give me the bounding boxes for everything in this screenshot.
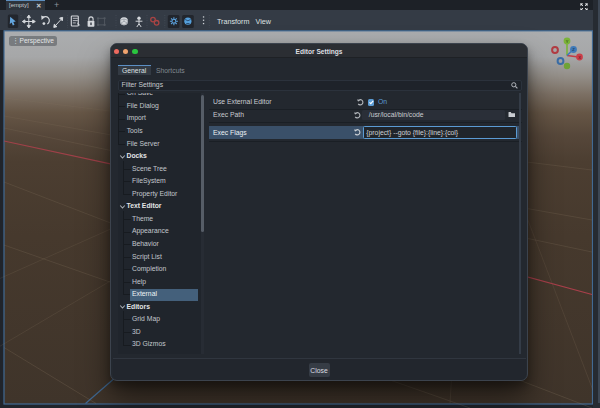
svg-text:X: X: [578, 54, 581, 59]
svg-text:Y: Y: [566, 38, 569, 43]
